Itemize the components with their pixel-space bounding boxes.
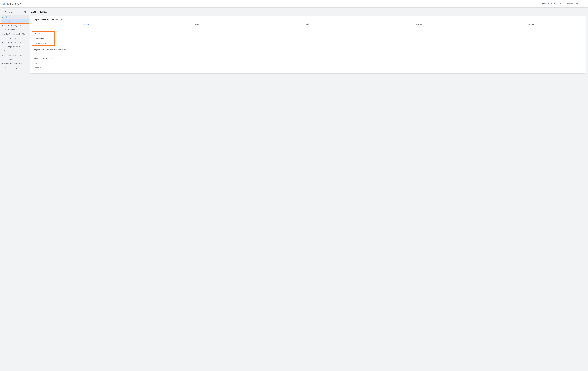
output-card: Output of GTM-W2VN5MM ? Request Tags Var… xyxy=(30,16,586,73)
caret-icon: ▾ xyxy=(2,41,3,43)
tree-child-label: page_view xyxy=(8,37,16,39)
tree-child-num: 13 xyxy=(4,67,7,69)
tree-parent[interactable]: ▾data?v=2&event_name=gt... xyxy=(1,53,29,57)
caret-icon: ▾ xyxy=(2,25,3,27)
tree-parent[interactable]: ▾order xyxy=(1,15,29,19)
more-vert-icon xyxy=(583,3,585,5)
incoming-section-title: Incoming HTTP Request xyxy=(33,57,52,59)
outgoing-section-title: Outgoing HTTP Requests from Server xyxy=(33,49,63,51)
event-tree: ▾order19Data▾data?v=2&event_name=pu...18… xyxy=(1,15,29,70)
tree-child[interactable]: 17page_view xyxy=(1,36,29,40)
tab-request[interactable]: Request xyxy=(30,22,141,27)
tree-child-num: 15 xyxy=(4,59,7,60)
tree-child-num: 16 xyxy=(4,46,7,48)
summary-label: Summary xyxy=(5,11,13,13)
clear-events-icon[interactable] xyxy=(24,11,26,14)
tree-child[interactable]: 19Data xyxy=(1,19,29,23)
tab-tags[interactable]: Tags xyxy=(141,22,252,27)
tree-parent[interactable]: ▸/ xyxy=(1,49,29,53)
tree-child-label: Data xyxy=(8,20,11,22)
caret-icon: ▾ xyxy=(2,33,3,35)
output-title: Output of GTM-W2VN5MM xyxy=(33,18,58,21)
tab-console[interactable]: Console (4) xyxy=(474,22,586,27)
event-title: Event: Data xyxy=(31,10,586,13)
app-title: Tag Manager xyxy=(7,2,22,5)
container-id: GTM-W2VN5MM xyxy=(565,3,578,5)
tree-child-num: 18 xyxy=(4,29,7,31)
tree-parent[interactable]: ▾collect?v=2&tid=G-VM9YC... xyxy=(1,61,29,66)
tree-child[interactable]: 16begin_checkout xyxy=(1,45,29,49)
help-icon[interactable]: ? xyxy=(38,32,40,34)
help-icon[interactable]: ? xyxy=(64,49,66,51)
tab-event-data[interactable]: Event Data xyxy=(363,22,474,27)
incoming-status: POST - 200 xyxy=(33,66,49,70)
tree-parent-label: collect?v=2&tid=G-VM9YC... xyxy=(4,63,25,65)
logo-wrap: Tag Manager xyxy=(2,2,22,5)
svg-point-4 xyxy=(584,3,584,4)
caret-icon: ▾ xyxy=(2,63,3,65)
tree-child-label: user_engagement xyxy=(8,67,21,69)
tree-parent-label: data?v=2&event_name=gt... xyxy=(4,54,25,56)
sidebar-summary-row[interactable]: Summary xyxy=(1,10,29,15)
client-card-title: Data Client xyxy=(33,36,52,41)
tree-parent-label: data?v=2&event_name=pu... xyxy=(4,25,25,27)
client-card-status: Data Client - Claimed xyxy=(33,41,52,45)
tree-child-label: gtm.js xyxy=(8,59,12,60)
caret-icon: ▸ xyxy=(2,50,3,52)
tree-child[interactable]: 18purchase xyxy=(1,28,29,32)
client-section-title: Client xyxy=(33,32,37,34)
tree-parent-label: order xyxy=(4,16,8,18)
svg-point-2 xyxy=(4,4,5,5)
tree-child-num: 17 xyxy=(4,37,7,39)
sidebar: Summary ▾order19Data▾data?v=2&event_name… xyxy=(0,8,30,76)
tree-child[interactable]: 13user_engagement xyxy=(1,66,29,70)
main-content: Event: Data Output of GTM-W2VN5MM ? Requ… xyxy=(30,8,588,76)
tree-child-num: 19 xyxy=(4,20,7,22)
incoming-request-card[interactable]: /order POST - 200 xyxy=(33,60,49,70)
svg-point-3 xyxy=(584,3,584,3)
tree-parent[interactable]: ▾data?v=2&event_name=pu... xyxy=(1,23,29,28)
tab-variables[interactable]: Variables xyxy=(252,22,364,27)
tree-parent[interactable]: ▾data?v=2&event_name=be... xyxy=(1,40,29,45)
tree-child-label: begin_checkout xyxy=(8,46,20,48)
caret-icon: ▾ xyxy=(2,16,3,18)
tree-child-label: purchase xyxy=(8,29,15,31)
outgoing-none: None xyxy=(33,52,583,54)
client-card[interactable]: Data Client Data Client - Claimed xyxy=(33,36,52,45)
tree-parent-label: data?v=2&event_name=be... xyxy=(4,41,25,43)
request-breadcrumb[interactable]: HTTP Request /order > xyxy=(33,29,583,32)
version-label: Version: QUICK_PREVIEW xyxy=(541,3,561,5)
tree-parent[interactable]: ▾collect?v=2&tid=G-VM9YC... xyxy=(1,32,29,36)
tag-manager-logo-icon xyxy=(2,2,5,5)
app-header: Tag Manager Version: QUICK_PREVIEW GTM-W… xyxy=(0,0,588,8)
svg-point-5 xyxy=(584,4,584,4)
help-icon[interactable]: ? xyxy=(60,19,62,20)
more-menu-button[interactable] xyxy=(581,1,586,6)
incoming-path: /order xyxy=(33,61,49,66)
tree-parent-label: collect?v=2&tid=G-VM9YC... xyxy=(4,33,25,35)
tree-parent-label: / xyxy=(4,50,5,52)
tree-child[interactable]: 15gtm.js xyxy=(1,57,29,61)
header-right: Version: QUICK_PREVIEW GTM-W2VN5MM xyxy=(541,1,586,6)
caret-icon: ▾ xyxy=(2,54,3,56)
tabs: Request Tags Variables Event Data Consol… xyxy=(30,22,586,27)
